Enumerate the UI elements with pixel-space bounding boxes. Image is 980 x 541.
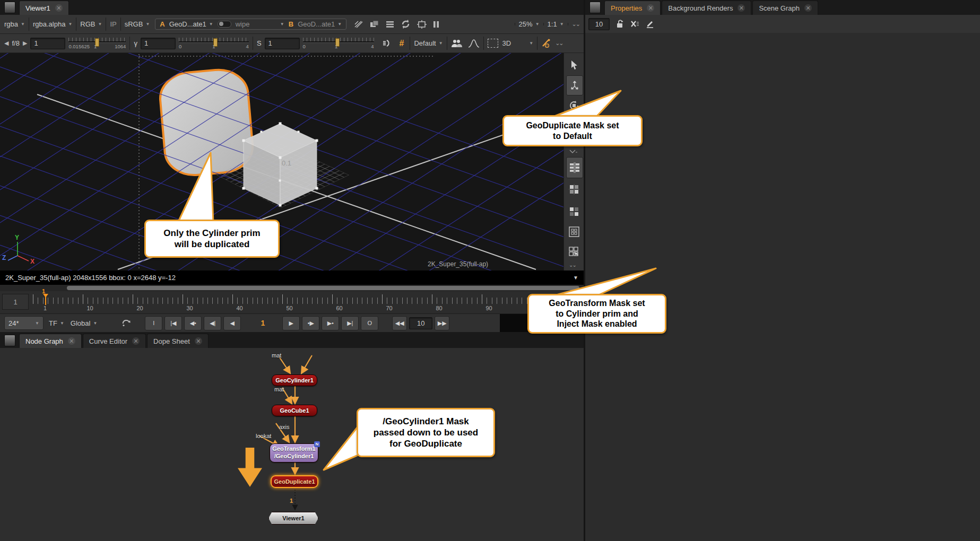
gain-prev-icon[interactable]: ◀ <box>4 40 8 47</box>
tab-dope-sheet[interactable]: Dope Sheet✕ <box>147 334 209 348</box>
roi-icon[interactable] <box>354 20 363 29</box>
tab-scene-graph[interactable]: Scene Graph✕ <box>752 1 818 15</box>
display-channel-dropdown[interactable]: RGB▼ <box>80 20 102 28</box>
pane-menu-icon[interactable] <box>4 335 15 346</box>
tab-background-renders[interactable]: Background Renders✕ <box>662 1 751 15</box>
node-viewer1[interactable]: Viewer1 <box>268 512 318 525</box>
lock-panels-icon[interactable] <box>616 20 624 28</box>
wipe-mode-dropdown[interactable]: wipe▼ <box>236 20 284 28</box>
ruler-frame-number: 30 <box>186 305 193 311</box>
annotation-wand-icon[interactable]: ! <box>541 39 552 48</box>
saturation-input[interactable]: 1 <box>265 38 300 49</box>
ruler-frame-number: 10 <box>86 305 93 311</box>
loop-mode-icon[interactable] <box>122 319 132 327</box>
layout-quad-cursor-icon[interactable] <box>567 244 582 260</box>
wipe-toggle[interactable] <box>218 21 231 28</box>
select-tool-icon[interactable] <box>567 57 582 73</box>
close-icon[interactable]: ✕ <box>68 337 75 345</box>
nodegraph-canvas[interactable]: mat mat axis lookat 1 GeoCylinder1 GeoCu… <box>0 348 584 541</box>
pause-icon[interactable] <box>433 21 439 28</box>
occlusion-people-icon[interactable] <box>451 39 463 48</box>
tab-node-graph[interactable]: Node Graph✕ <box>19 334 82 348</box>
frame-handles-icon[interactable] <box>417 20 427 29</box>
timeline-frames-dropdown[interactable]: TF▼ <box>49 319 64 327</box>
backface-lighting-icon[interactable] <box>383 39 393 48</box>
transport-button[interactable]: •▶ <box>302 316 319 330</box>
strip-more-icon[interactable]: ⌄⌄ <box>569 262 576 268</box>
gain-slider[interactable]: 0.015625 1 1064 <box>68 37 126 50</box>
sync-viewers-icon[interactable] <box>401 20 411 29</box>
marquee-selection-icon[interactable] <box>488 39 498 48</box>
layout-rows-icon[interactable] <box>566 157 583 178</box>
new-comp-viewer-icon[interactable] <box>370 20 379 28</box>
grid-overlay-icon[interactable]: # <box>400 39 404 48</box>
bell-curve-icon[interactable] <box>468 39 480 48</box>
tab-viewer1[interactable]: Viewer1 ✕ <box>19 1 69 15</box>
close-icon[interactable]: ✕ <box>195 337 202 345</box>
channels-dropdown[interactable]: rgba▼ <box>4 20 25 28</box>
close-icon[interactable]: ✕ <box>55 4 63 12</box>
close-icon[interactable]: ✕ <box>804 4 812 12</box>
gain-next-icon[interactable]: ▶ <box>23 40 27 47</box>
transport-button[interactable]: ▶| <box>341 316 359 330</box>
fps-dropdown[interactable]: 24*▼ <box>4 316 44 330</box>
layout-quad-frame-icon[interactable] <box>567 224 582 240</box>
viewer-default-lut-dropdown[interactable]: Default▼ <box>414 39 443 47</box>
gamma-input[interactable]: 1 <box>141 38 176 49</box>
layer-dropdown[interactable]: rgba.alpha▼ <box>33 20 72 28</box>
jump-back-button[interactable]: ◀◀ <box>392 316 407 330</box>
max-panels-input[interactable]: 10 <box>588 18 610 30</box>
timeline-scrollbar[interactable] <box>0 285 584 291</box>
input-a-dropdown[interactable]: GeoD...ate1▼ <box>169 20 213 28</box>
range-scope-dropdown[interactable]: Global▼ <box>71 319 98 327</box>
timeline-ruler[interactable]: 1 1102030405060708090 1 <box>0 291 584 314</box>
transport-button[interactable]: ◀ <box>223 316 241 330</box>
translate-tool-icon[interactable] <box>566 75 583 95</box>
gain-input[interactable]: 1 <box>30 38 65 49</box>
layout-split-icon[interactable] <box>567 181 582 197</box>
jump-forward-button[interactable]: ▶▶ <box>435 316 449 330</box>
playhead-line[interactable] <box>45 296 46 305</box>
view-mode-3d-dropdown[interactable]: 3D <box>502 39 511 47</box>
viewer-lut-dropdown[interactable]: sRGB▼ <box>125 20 150 28</box>
saturation-slider[interactable]: 0 1 4 <box>303 37 374 50</box>
info-bar-caret-icon[interactable]: ▼ <box>573 275 578 281</box>
close-icon[interactable]: ✕ <box>132 337 140 345</box>
clear-panels-icon[interactable] <box>630 20 639 28</box>
node-geotransform1[interactable]: GeoTransform1 /GeoCylinder1 N <box>270 443 318 463</box>
transport-button[interactable]: O <box>361 316 378 330</box>
node-geocylinder1[interactable]: GeoCylinder1 <box>272 374 317 386</box>
transport-button[interactable]: ◀| <box>204 316 221 330</box>
more-controls-icon[interactable]: ⌄⌄ <box>555 40 562 47</box>
stack-mode-icon[interactable] <box>386 21 394 28</box>
transport-button[interactable]: ▶• <box>322 316 339 330</box>
node-geocube1[interactable]: GeoCube1 <box>272 405 317 416</box>
layout-chevron-icon[interactable] <box>569 150 577 154</box>
input-b-dropdown[interactable]: GeoD...ate1▼ <box>298 20 342 28</box>
viewport-3d[interactable]: 0.1 Y X Z 2K_Super_35(full-ap) <box>0 53 584 270</box>
pane-menu-icon[interactable] <box>4 2 15 13</box>
view-mode-caret-icon[interactable]: ▼ <box>529 41 533 46</box>
input-process-toggle[interactable]: IP <box>110 20 116 28</box>
transport-button[interactable]: ▶ <box>282 316 300 330</box>
transport-button[interactable]: |◀ <box>164 316 182 330</box>
close-icon[interactable]: ✕ <box>738 4 745 12</box>
gamma-slider[interactable]: 0 1 4 <box>179 37 249 50</box>
ruler-frame-number: 1 <box>44 305 47 311</box>
node-geoduplicate1-selected[interactable]: GeoDuplicate1 <box>271 475 318 488</box>
pixel-aspect-dropdown[interactable]: 1:1▼ <box>548 20 564 28</box>
transport-button[interactable]: ◀• <box>184 316 202 330</box>
pane-menu-icon[interactable] <box>589 2 601 13</box>
more-options-icon[interactable]: ⌄⌄ <box>572 21 579 28</box>
tab-properties[interactable]: Properties✕ <box>604 1 661 15</box>
edit-pencil-icon[interactable] <box>646 20 654 28</box>
frame-step-input[interactable]: 10 <box>409 317 432 329</box>
layout-quad-icon[interactable] <box>567 204 582 220</box>
zoom-level-dropdown[interactable]: 25%▼ <box>519 20 540 28</box>
fstop-label[interactable]: f/8 <box>12 39 19 47</box>
transport-button[interactable]: I <box>145 316 162 330</box>
close-icon[interactable]: ✕ <box>647 4 654 12</box>
rotate-tool-icon[interactable] <box>567 98 582 114</box>
tab-curve-editor[interactable]: Curve Editor✕ <box>83 334 146 348</box>
current-frame-display[interactable]: 1 <box>243 319 282 327</box>
